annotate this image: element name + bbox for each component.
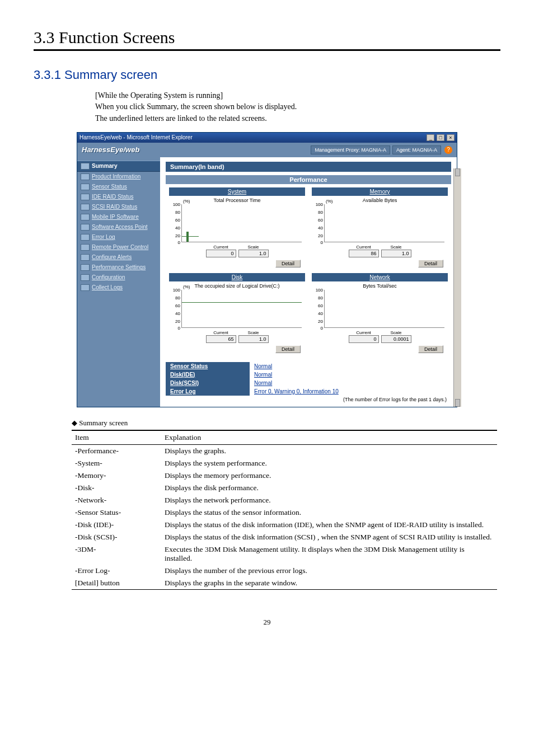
- panel-disk-header[interactable]: Disk: [169, 273, 305, 281]
- sidebar-item-icon: [81, 204, 90, 210]
- memory-detail-button[interactable]: Detail: [418, 260, 443, 267]
- sensor-status-label[interactable]: Sensor Status: [166, 362, 250, 370]
- panel-disk: Disk The occupied size of Logical Drive(…: [166, 272, 308, 358]
- disk-scsi-value[interactable]: Normal: [250, 379, 451, 387]
- sidebar-item-label: Collect Logs: [92, 284, 123, 290]
- scrollbar[interactable]: [453, 168, 461, 407]
- intro-line-2: When you click Summary, the screen shown…: [95, 101, 500, 112]
- ytick: 100: [312, 202, 323, 207]
- intro-block: [While the Operating System is running] …: [95, 90, 500, 124]
- table-item: -Error Log-: [72, 565, 161, 577]
- ytick: 60: [312, 218, 323, 223]
- sensor-status-value[interactable]: Normal: [250, 362, 451, 370]
- summary-table: Item Explanation -Performance-Displays t…: [72, 430, 497, 590]
- table-row: -Disk-Displays the disk performance.: [72, 482, 497, 494]
- network-current-input[interactable]: [349, 335, 379, 343]
- sidebar-item-label: Summary: [92, 163, 118, 169]
- system-scale-input[interactable]: [238, 250, 269, 257]
- sidebar-item-label: SCSI RAID Status: [92, 204, 137, 210]
- table-explanation: Displays the number of the previous erro…: [161, 565, 497, 577]
- disk-ide-value[interactable]: Normal: [250, 370, 451, 379]
- sidebar-item-sensor-status[interactable]: Sensor Status: [77, 182, 160, 192]
- panel-system-header[interactable]: System: [169, 187, 305, 196]
- system-current-input[interactable]: [206, 250, 236, 257]
- table-explanation: Executes the 3DM Disk Management utility…: [161, 543, 497, 565]
- table-caption: ◆ Summary screen: [72, 419, 500, 428]
- sidebar-item-scsi-raid-status[interactable]: SCSI RAID Status: [77, 202, 160, 212]
- ytick: 100: [312, 288, 323, 293]
- ytick: 100: [170, 202, 180, 207]
- ytick: 40: [170, 226, 180, 231]
- chart-network: 100 80 60 40 20 0: [324, 290, 444, 328]
- ytick: 80: [170, 295, 180, 300]
- sidebar-item-error-log[interactable]: Error Log: [77, 232, 160, 242]
- current-label: Current: [349, 330, 379, 335]
- minimize-button[interactable]: _: [427, 134, 434, 141]
- sidebar-item-icon: [81, 184, 90, 190]
- sidebar-item-label: Performance Settings: [92, 264, 146, 270]
- window-title: HarnessEye/web - Microsoft Internet Expl…: [79, 134, 426, 140]
- memory-current-input[interactable]: [349, 250, 379, 257]
- scale-label: Scale: [381, 330, 411, 335]
- sidebar-item-ide-raid-status[interactable]: IDE RAID Status: [77, 192, 160, 202]
- error-log-label[interactable]: Error Log: [166, 387, 250, 396]
- sidebar-item-product-information[interactable]: Product Information: [77, 172, 160, 182]
- memory-scale-input[interactable]: [381, 250, 411, 257]
- section-heading: 3.3 Function Screens: [34, 28, 500, 51]
- table-item: -System-: [72, 457, 161, 469]
- chart-memory: (%) 100 80 60 40 20 0: [324, 204, 444, 242]
- table-row: -Network-Displays the network performanc…: [72, 494, 497, 506]
- ytick: 80: [312, 210, 323, 215]
- chart-system: (%) 100 80 60 40 20 0: [181, 204, 302, 242]
- table-item: -Disk (SCSI)-: [72, 531, 161, 543]
- disk-detail-button[interactable]: Detail: [275, 345, 301, 353]
- performance-grid: System Total Processor Time (%) 100 80 6…: [166, 186, 451, 358]
- network-scale-input[interactable]: [381, 335, 411, 343]
- summary-band-header: Summary(In band): [166, 162, 451, 172]
- ytick: 60: [312, 303, 323, 308]
- disk-scsi-label[interactable]: Disk(SCSI): [166, 379, 250, 387]
- chart-network-title: Bytes Total/sec: [312, 283, 448, 289]
- sidebar-item-performance-settings[interactable]: Performance Settings: [77, 262, 160, 273]
- panel-memory-header[interactable]: Memory: [312, 187, 448, 196]
- close-button[interactable]: ×: [447, 134, 455, 141]
- system-detail-button[interactable]: Detail: [275, 260, 301, 267]
- app-header: HarnessEye/web Management Proxy: MAGNIA-…: [77, 143, 457, 157]
- sidebar-item-label: Remote Power Control: [92, 244, 148, 250]
- scale-label: Scale: [238, 330, 269, 335]
- disk-scale-input[interactable]: [238, 335, 269, 343]
- ytick: 100: [170, 288, 180, 293]
- table-item: -Disk-: [72, 482, 161, 494]
- table-explanation: Displays the status of the sensor inform…: [161, 506, 497, 519]
- ytick: 20: [312, 319, 323, 324]
- panel-network: Network Bytes Total/sec 100 80 60 40 20 …: [308, 272, 451, 358]
- error-log-value[interactable]: Error 0, Warning 0, Information 10: [250, 387, 451, 396]
- table-explanation: Displays the network performance.: [161, 494, 497, 506]
- table-explanation: Displays the graphs in the separate wind…: [161, 577, 497, 590]
- table-row: -System-Displays the system performance.: [72, 457, 497, 469]
- sidebar-item-configure-alerts[interactable]: Configure Alerts: [77, 252, 160, 262]
- table-head-explanation: Explanation: [161, 430, 497, 445]
- disk-ide-label[interactable]: Disk(IDE): [166, 370, 250, 379]
- sidebar-item-label: Error Log: [92, 234, 115, 240]
- maximize-button[interactable]: □: [437, 134, 444, 141]
- chart-disk-yunit: (%): [183, 284, 190, 289]
- help-icon[interactable]: ?: [444, 146, 452, 154]
- ytick: 60: [170, 303, 180, 308]
- disk-current-input[interactable]: [206, 335, 236, 343]
- sidebar-item-summary[interactable]: Summary: [77, 161, 160, 172]
- sidebar-item-collect-logs[interactable]: Collect Logs: [77, 283, 160, 293]
- table-item: -Performance-: [72, 444, 161, 457]
- chart-disk-line: [182, 302, 302, 303]
- scale-label: Scale: [381, 245, 411, 250]
- status-table: Sensor StatusNormal Disk(IDE)Normal Disk…: [166, 362, 451, 396]
- sidebar-item-remote-power-control[interactable]: Remote Power Control: [77, 242, 160, 252]
- network-detail-button[interactable]: Detail: [418, 345, 443, 353]
- sidebar-item-software-access-point[interactable]: Software Access Point: [77, 222, 160, 232]
- ytick: 0: [312, 240, 323, 245]
- sidebar-item-mobile-ip-software[interactable]: Mobile IP Software: [77, 212, 160, 222]
- sidebar-item-configuration[interactable]: Configuration: [77, 273, 160, 283]
- panel-network-header[interactable]: Network: [312, 273, 448, 281]
- sidebar-item-icon: [81, 244, 90, 251]
- ytick: 0: [170, 326, 180, 331]
